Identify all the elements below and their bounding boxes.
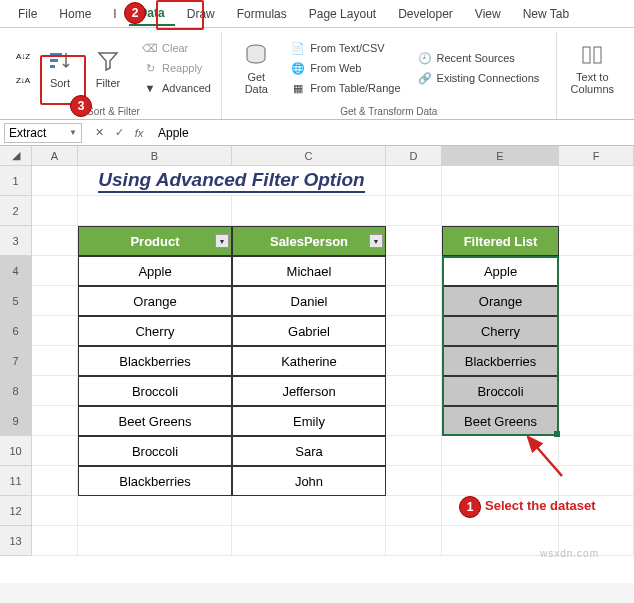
- fx-button[interactable]: fx: [130, 124, 148, 142]
- worksheet[interactable]: ◢ A B C D E F 1Using Advanced Filter Opt…: [0, 146, 634, 583]
- cell-sales-5[interactable]: Daniel: [232, 286, 386, 316]
- row-header-8[interactable]: 8: [0, 376, 32, 406]
- cell-D9[interactable]: [386, 406, 442, 436]
- cell-D3[interactable]: [386, 226, 442, 256]
- row-header-9[interactable]: 9: [0, 406, 32, 436]
- cell-r12c2[interactable]: [232, 496, 386, 526]
- cell-D5[interactable]: [386, 286, 442, 316]
- row-header-5[interactable]: 5: [0, 286, 32, 316]
- cell-sales-11[interactable]: John: [232, 466, 386, 496]
- cell-product-8[interactable]: Broccoli: [78, 376, 232, 406]
- tab-file[interactable]: File: [8, 3, 47, 25]
- clear-button[interactable]: ⌫Clear: [138, 39, 215, 57]
- existing-connections-button[interactable]: 🔗Existing Connections: [413, 69, 544, 87]
- from-text-csv-button[interactable]: 📄From Text/CSV: [286, 39, 404, 57]
- col-header-E[interactable]: E: [442, 146, 559, 166]
- cell-D1[interactable]: [386, 166, 442, 196]
- cell-r13c1[interactable]: [78, 526, 232, 556]
- row-header-12[interactable]: 12: [0, 496, 32, 526]
- cell-D11[interactable]: [386, 466, 442, 496]
- cell-A1[interactable]: [32, 166, 78, 196]
- cell-F6[interactable]: [559, 316, 634, 346]
- cell-filtered-7[interactable]: Blackberries: [442, 346, 559, 376]
- cell-A10[interactable]: [32, 436, 78, 466]
- header-salesperson[interactable]: SalesPerson▼: [232, 226, 386, 256]
- cell-sales-6[interactable]: Gabriel: [232, 316, 386, 346]
- cell-F9[interactable]: [559, 406, 634, 436]
- col-header-B[interactable]: B: [78, 146, 232, 166]
- cell-F7[interactable]: [559, 346, 634, 376]
- cell-F5[interactable]: [559, 286, 634, 316]
- cell-F10[interactable]: [559, 436, 634, 466]
- cell-r13c2[interactable]: [232, 526, 386, 556]
- cell-D8[interactable]: [386, 376, 442, 406]
- cell-r2c3[interactable]: [386, 196, 442, 226]
- cell-F11[interactable]: [559, 466, 634, 496]
- cell-sales-4[interactable]: Michael: [232, 256, 386, 286]
- cell-product-4[interactable]: Apple: [78, 256, 232, 286]
- tab-home[interactable]: Home: [49, 3, 101, 25]
- header-filtered-list[interactable]: Filtered List: [442, 226, 559, 256]
- select-all-corner[interactable]: ◢: [0, 146, 32, 166]
- sort-desc-button[interactable]: Z↓A: [12, 69, 34, 91]
- cell-sales-10[interactable]: Sara: [232, 436, 386, 466]
- accept-formula-button[interactable]: ✓: [110, 124, 128, 142]
- cell-r2c2[interactable]: [232, 196, 386, 226]
- row-header-10[interactable]: 10: [0, 436, 32, 466]
- reapply-button[interactable]: ↻Reapply: [138, 59, 215, 77]
- cell-product-5[interactable]: Orange: [78, 286, 232, 316]
- row-header-11[interactable]: 11: [0, 466, 32, 496]
- tab-developer[interactable]: Developer: [388, 3, 463, 25]
- cell-filtered-9[interactable]: Beet Greens: [442, 406, 559, 436]
- cell-r2c5[interactable]: [559, 196, 634, 226]
- cell-D6[interactable]: [386, 316, 442, 346]
- cell-product-6[interactable]: Cherry: [78, 316, 232, 346]
- cell-A7[interactable]: [32, 346, 78, 376]
- cell-filtered-6[interactable]: Cherry: [442, 316, 559, 346]
- tab-formulas[interactable]: Formulas: [227, 3, 297, 25]
- cell-D7[interactable]: [386, 346, 442, 376]
- cell-r12c0[interactable]: [32, 496, 78, 526]
- row-header-13[interactable]: 13: [0, 526, 32, 556]
- cell-A5[interactable]: [32, 286, 78, 316]
- cell-filtered-4[interactable]: Apple: [442, 256, 559, 286]
- row-header-7[interactable]: 7: [0, 346, 32, 376]
- cell-product-11[interactable]: Blackberries: [78, 466, 232, 496]
- row-header-3[interactable]: 3: [0, 226, 32, 256]
- tab-view[interactable]: View: [465, 3, 511, 25]
- cell-A6[interactable]: [32, 316, 78, 346]
- cell-product-10[interactable]: Broccoli: [78, 436, 232, 466]
- cell-product-9[interactable]: Beet Greens: [78, 406, 232, 436]
- recent-sources-button[interactable]: 🕘Recent Sources: [413, 49, 544, 67]
- header-product[interactable]: Product▼: [78, 226, 232, 256]
- cell-A9[interactable]: [32, 406, 78, 436]
- advanced-button[interactable]: ▼Advanced: [138, 79, 215, 97]
- cell-F3[interactable]: [559, 226, 634, 256]
- cell-D4[interactable]: [386, 256, 442, 286]
- cell-D10[interactable]: [386, 436, 442, 466]
- cell-F1[interactable]: [559, 166, 634, 196]
- filter-dropdown-product[interactable]: ▼: [215, 234, 229, 248]
- cell-sales-7[interactable]: Katherine: [232, 346, 386, 376]
- text-to-columns-button[interactable]: Text to Columns: [563, 37, 622, 99]
- cell-sales-8[interactable]: Jefferson: [232, 376, 386, 406]
- cell-F4[interactable]: [559, 256, 634, 286]
- row-header-2[interactable]: 2: [0, 196, 32, 226]
- formula-input[interactable]: [152, 123, 634, 143]
- row-header-1[interactable]: 1: [0, 166, 32, 196]
- cell-E10[interactable]: [442, 436, 559, 466]
- cell-product-7[interactable]: Blackberries: [78, 346, 232, 376]
- cell-r13c0[interactable]: [32, 526, 78, 556]
- col-header-A[interactable]: A: [32, 146, 78, 166]
- row-header-6[interactable]: 6: [0, 316, 32, 346]
- row-header-4[interactable]: 4: [0, 256, 32, 286]
- name-box[interactable]: Extract ▼: [4, 123, 82, 143]
- filter-dropdown-sales[interactable]: ▼: [369, 234, 383, 248]
- tab-draw[interactable]: Draw: [177, 3, 225, 25]
- cell-A3[interactable]: [32, 226, 78, 256]
- cell-E11[interactable]: [442, 466, 559, 496]
- cell-F8[interactable]: [559, 376, 634, 406]
- cancel-formula-button[interactable]: ✕: [90, 124, 108, 142]
- cell-A11[interactable]: [32, 466, 78, 496]
- filter-button[interactable]: Filter: [86, 43, 130, 93]
